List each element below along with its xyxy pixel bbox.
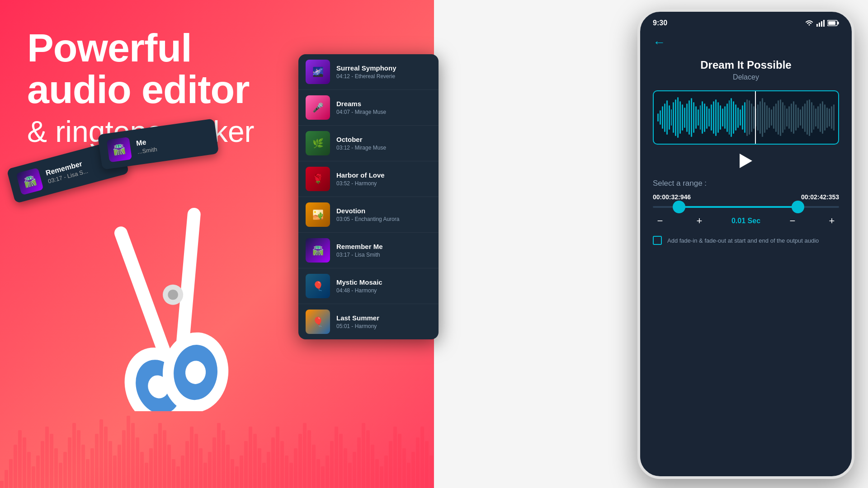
play-icon[interactable] bbox=[740, 154, 752, 168]
svg-rect-4 bbox=[18, 430, 22, 488]
range-handle-right[interactable] bbox=[792, 201, 804, 213]
svg-rect-40 bbox=[181, 455, 184, 488]
waveform-bar bbox=[788, 106, 790, 129]
music-list-item[interactable]: 🏜️ Devotion 03:05 - Enchanting Aurora bbox=[298, 197, 439, 233]
music-list-item[interactable]: 🌌 Surreal Symphony 04:12 - Ethereal Reve… bbox=[298, 54, 439, 90]
waveform-bar bbox=[684, 108, 685, 128]
music-list-item[interactable]: 🌿 October 03:12 - Mirage Muse bbox=[298, 126, 439, 161]
svg-rect-75 bbox=[339, 434, 343, 488]
song-meta: 03:12 - Mirage Muse bbox=[336, 145, 386, 151]
song-thumbnail: 🏜️ bbox=[306, 202, 330, 227]
svg-rect-54 bbox=[244, 441, 248, 488]
svg-rect-48 bbox=[217, 423, 221, 488]
music-list-item[interactable]: 🎈 Mystic Mosaic 04:48 - Harmony bbox=[298, 268, 439, 304]
fine-plus-left[interactable]: + bbox=[692, 215, 707, 227]
svg-rect-76 bbox=[344, 448, 347, 488]
fade-option-row: Add fade-in & fade-out at start and end … bbox=[653, 236, 839, 245]
svg-rect-23 bbox=[104, 427, 108, 488]
fine-minus-left[interactable]: − bbox=[653, 215, 667, 227]
svg-rect-5 bbox=[23, 437, 26, 488]
svg-rect-32 bbox=[145, 463, 148, 488]
waveform-bar bbox=[700, 105, 701, 130]
svg-rect-79 bbox=[357, 437, 361, 488]
song-meta: 04:12 - Ethereal Reverie bbox=[336, 73, 396, 80]
signal-icon bbox=[816, 19, 825, 27]
waveform-bar bbox=[786, 108, 788, 127]
range-handle-left[interactable] bbox=[673, 201, 685, 213]
svg-rect-80 bbox=[362, 423, 365, 488]
waveform-bar bbox=[815, 108, 816, 127]
back-button[interactable]: ← bbox=[653, 35, 665, 50]
waveform-bar bbox=[802, 106, 803, 129]
svg-rect-55 bbox=[249, 427, 252, 488]
svg-rect-74 bbox=[335, 427, 338, 488]
svg-rect-29 bbox=[131, 423, 135, 488]
svg-rect-2 bbox=[9, 459, 13, 488]
music-list-item[interactable]: 🛣️ Remember Me 03:17 - Lisa Smith bbox=[298, 233, 439, 268]
fade-checkbox[interactable] bbox=[653, 236, 662, 245]
music-list-item[interactable]: 🎤 Dreams 04:07 - Mirage Muse bbox=[298, 90, 439, 126]
fine-plus-right[interactable]: + bbox=[825, 215, 839, 227]
svg-rect-60 bbox=[271, 437, 275, 488]
music-list-item[interactable]: 🌹 Harbor of Love 03:52 - Harmony bbox=[298, 161, 439, 197]
song-title: October bbox=[336, 136, 386, 143]
svg-rect-24 bbox=[108, 441, 112, 488]
status-time: 9:30 bbox=[653, 19, 667, 27]
svg-rect-66 bbox=[298, 434, 302, 488]
song-info: October 03:12 - Mirage Muse bbox=[336, 136, 386, 151]
status-bar: 9:30 bbox=[640, 12, 852, 31]
waveform-display[interactable] bbox=[653, 90, 839, 145]
song-info: Dreams 04:07 - Mirage Muse bbox=[336, 100, 386, 115]
svg-rect-22 bbox=[99, 419, 103, 488]
song-thumbnail: 🎈 bbox=[306, 310, 330, 334]
svg-rect-7 bbox=[32, 466, 35, 488]
fine-step-label: 0.01 Sec bbox=[731, 217, 760, 225]
svg-rect-43 bbox=[194, 434, 198, 488]
svg-rect-47 bbox=[212, 437, 216, 488]
svg-rect-0 bbox=[0, 481, 4, 488]
song-main-title: Dream It Possible bbox=[653, 59, 839, 71]
svg-rect-111 bbox=[838, 22, 839, 24]
song-thumbnail: 🌌 bbox=[306, 60, 330, 84]
song-info: Remember Me 03:17 - Lisa Smith bbox=[336, 243, 383, 258]
waveform-bar bbox=[731, 98, 732, 137]
range-slider[interactable] bbox=[653, 206, 839, 208]
svg-rect-8 bbox=[36, 455, 40, 488]
svg-rect-59 bbox=[267, 452, 270, 488]
svg-point-105 bbox=[168, 290, 178, 300]
waveform-bar bbox=[773, 106, 774, 129]
waveform-bar bbox=[662, 106, 663, 129]
waveform-bar bbox=[817, 106, 819, 129]
svg-rect-10 bbox=[45, 427, 49, 488]
svg-rect-71 bbox=[321, 466, 325, 488]
waveform-bar bbox=[724, 106, 726, 129]
music-list-item[interactable]: 🎈 Last Summer 05:01 - Harmony bbox=[298, 304, 439, 339]
svg-rect-6 bbox=[27, 452, 31, 488]
song-thumbnail: 🌹 bbox=[306, 167, 330, 191]
waveform-bar bbox=[713, 101, 714, 134]
svg-rect-36 bbox=[163, 430, 166, 488]
svg-rect-41 bbox=[185, 441, 189, 488]
svg-rect-68 bbox=[307, 430, 311, 488]
song-meta: 03:17 - Lisa Smith bbox=[336, 252, 383, 258]
song-title: Dreams bbox=[336, 100, 386, 108]
waveform-bar bbox=[682, 104, 683, 131]
svg-rect-108 bbox=[821, 21, 822, 27]
svg-rect-34 bbox=[154, 434, 157, 488]
fine-minus-right[interactable]: − bbox=[785, 215, 800, 227]
waveform-bar bbox=[751, 103, 752, 132]
svg-rect-1 bbox=[5, 470, 8, 488]
waveform-bar bbox=[698, 109, 699, 126]
song-info: Mystic Mosaic 04:48 - Harmony bbox=[336, 278, 382, 294]
waveform-bar bbox=[664, 103, 665, 132]
svg-rect-27 bbox=[122, 430, 126, 488]
svg-rect-86 bbox=[389, 441, 392, 488]
waveform-bar bbox=[708, 108, 710, 127]
waveform-bar bbox=[726, 103, 728, 132]
svg-rect-26 bbox=[118, 445, 121, 488]
svg-rect-85 bbox=[384, 455, 388, 488]
svg-rect-90 bbox=[407, 463, 410, 488]
waveform-bar bbox=[769, 108, 770, 128]
svg-rect-81 bbox=[366, 430, 370, 488]
waveform-bar bbox=[753, 106, 755, 129]
